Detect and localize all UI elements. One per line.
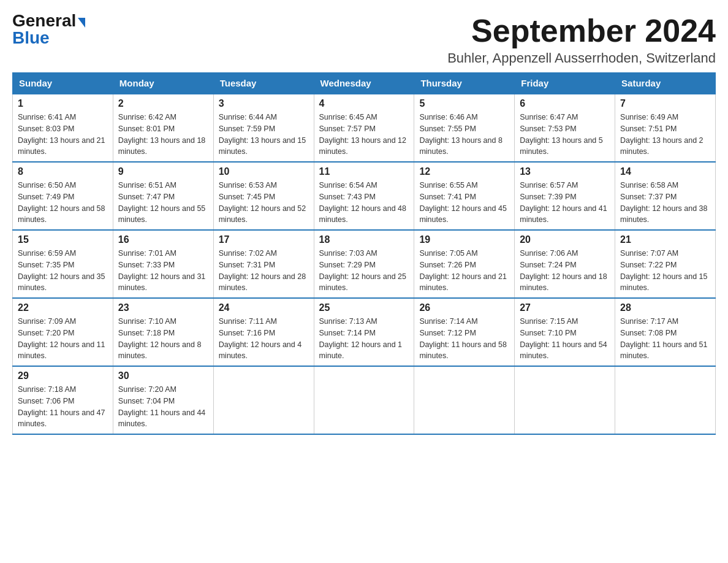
day-info: Sunrise: 6:46 AMSunset: 7:55 PMDaylight:… bbox=[419, 112, 509, 158]
calendar-cell: 24Sunrise: 7:11 AMSunset: 7:16 PMDayligh… bbox=[213, 298, 314, 366]
day-number: 24 bbox=[219, 302, 309, 313]
calendar-cell: 3Sunrise: 6:44 AMSunset: 7:59 PMDaylight… bbox=[213, 94, 314, 162]
calendar-cell: 18Sunrise: 7:03 AMSunset: 7:29 PMDayligh… bbox=[314, 230, 414, 298]
day-number: 16 bbox=[118, 234, 208, 245]
calendar-cell: 6Sunrise: 6:47 AMSunset: 7:53 PMDaylight… bbox=[515, 94, 615, 162]
column-header-wednesday: Wednesday bbox=[314, 73, 414, 94]
day-info: Sunrise: 7:13 AMSunset: 7:14 PMDaylight:… bbox=[319, 316, 409, 362]
day-number: 2 bbox=[118, 98, 208, 109]
column-header-saturday: Saturday bbox=[615, 73, 716, 94]
calendar-cell: 29Sunrise: 7:18 AMSunset: 7:06 PMDayligh… bbox=[13, 366, 113, 434]
column-header-friday: Friday bbox=[515, 73, 615, 94]
day-number: 9 bbox=[118, 166, 208, 177]
day-info: Sunrise: 7:09 AMSunset: 7:20 PMDaylight:… bbox=[18, 316, 108, 362]
column-header-sunday: Sunday bbox=[13, 73, 113, 94]
day-info: Sunrise: 6:44 AMSunset: 7:59 PMDaylight:… bbox=[219, 112, 309, 158]
day-number: 13 bbox=[520, 166, 610, 177]
day-info: Sunrise: 7:14 AMSunset: 7:12 PMDaylight:… bbox=[419, 316, 509, 362]
logo-triangle-icon bbox=[78, 18, 85, 28]
day-info: Sunrise: 7:18 AMSunset: 7:06 PMDaylight:… bbox=[18, 384, 108, 430]
day-number: 1 bbox=[18, 98, 108, 109]
calendar-cell: 8Sunrise: 6:50 AMSunset: 7:49 PMDaylight… bbox=[13, 162, 113, 230]
day-number: 26 bbox=[419, 302, 509, 313]
week-row-3: 15Sunrise: 6:59 AMSunset: 7:35 PMDayligh… bbox=[13, 230, 716, 298]
calendar-cell: 16Sunrise: 7:01 AMSunset: 7:33 PMDayligh… bbox=[113, 230, 213, 298]
day-info: Sunrise: 6:42 AMSunset: 8:01 PMDaylight:… bbox=[118, 112, 208, 158]
day-number: 21 bbox=[620, 234, 710, 245]
calendar-cell: 21Sunrise: 7:07 AMSunset: 7:22 PMDayligh… bbox=[615, 230, 716, 298]
calendar-cell: 1Sunrise: 6:41 AMSunset: 8:03 PMDaylight… bbox=[13, 94, 113, 162]
day-number: 12 bbox=[419, 166, 509, 177]
day-number: 22 bbox=[18, 302, 108, 313]
day-info: Sunrise: 6:51 AMSunset: 7:47 PMDaylight:… bbox=[118, 180, 208, 226]
column-header-thursday: Thursday bbox=[414, 73, 515, 94]
day-number: 29 bbox=[18, 370, 108, 381]
logo-blue-text: Blue bbox=[12, 29, 50, 47]
day-info: Sunrise: 6:54 AMSunset: 7:43 PMDaylight:… bbox=[319, 180, 409, 226]
calendar-cell: 27Sunrise: 7:15 AMSunset: 7:10 PMDayligh… bbox=[515, 298, 615, 366]
calendar-cell: 4Sunrise: 6:45 AMSunset: 7:57 PMDaylight… bbox=[314, 94, 414, 162]
calendar-table: SundayMondayTuesdayWednesdayThursdayFrid… bbox=[12, 72, 716, 435]
day-number: 25 bbox=[319, 302, 409, 313]
day-number: 27 bbox=[520, 302, 610, 313]
week-row-5: 29Sunrise: 7:18 AMSunset: 7:06 PMDayligh… bbox=[13, 366, 716, 434]
calendar-header-row: SundayMondayTuesdayWednesdayThursdayFrid… bbox=[13, 73, 716, 94]
calendar-cell bbox=[314, 366, 414, 434]
week-row-4: 22Sunrise: 7:09 AMSunset: 7:20 PMDayligh… bbox=[13, 298, 716, 366]
calendar-cell: 14Sunrise: 6:58 AMSunset: 7:37 PMDayligh… bbox=[615, 162, 716, 230]
calendar-cell: 9Sunrise: 6:51 AMSunset: 7:47 PMDaylight… bbox=[113, 162, 213, 230]
day-number: 3 bbox=[219, 98, 309, 109]
calendar-cell: 12Sunrise: 6:55 AMSunset: 7:41 PMDayligh… bbox=[414, 162, 515, 230]
calendar-cell: 25Sunrise: 7:13 AMSunset: 7:14 PMDayligh… bbox=[314, 298, 414, 366]
calendar-cell: 28Sunrise: 7:17 AMSunset: 7:08 PMDayligh… bbox=[615, 298, 716, 366]
day-info: Sunrise: 7:02 AMSunset: 7:31 PMDaylight:… bbox=[219, 248, 309, 294]
day-number: 15 bbox=[18, 234, 108, 245]
calendar-cell: 13Sunrise: 6:57 AMSunset: 7:39 PMDayligh… bbox=[515, 162, 615, 230]
calendar-cell bbox=[615, 366, 716, 434]
day-info: Sunrise: 6:47 AMSunset: 7:53 PMDaylight:… bbox=[520, 112, 610, 158]
day-info: Sunrise: 6:53 AMSunset: 7:45 PMDaylight:… bbox=[219, 180, 309, 226]
calendar-cell: 22Sunrise: 7:09 AMSunset: 7:20 PMDayligh… bbox=[13, 298, 113, 366]
day-info: Sunrise: 7:06 AMSunset: 7:24 PMDaylight:… bbox=[520, 248, 610, 294]
calendar-cell: 19Sunrise: 7:05 AMSunset: 7:26 PMDayligh… bbox=[414, 230, 515, 298]
day-number: 20 bbox=[520, 234, 610, 245]
day-info: Sunrise: 6:49 AMSunset: 7:51 PMDaylight:… bbox=[620, 112, 710, 158]
day-info: Sunrise: 6:50 AMSunset: 7:49 PMDaylight:… bbox=[18, 180, 108, 226]
column-header-tuesday: Tuesday bbox=[213, 73, 314, 94]
calendar-cell: 15Sunrise: 6:59 AMSunset: 7:35 PMDayligh… bbox=[13, 230, 113, 298]
day-number: 5 bbox=[419, 98, 509, 109]
day-number: 28 bbox=[620, 302, 710, 313]
day-number: 17 bbox=[219, 234, 309, 245]
calendar-cell: 7Sunrise: 6:49 AMSunset: 7:51 PMDaylight… bbox=[615, 94, 716, 162]
day-info: Sunrise: 7:01 AMSunset: 7:33 PMDaylight:… bbox=[118, 248, 208, 294]
day-info: Sunrise: 6:45 AMSunset: 7:57 PMDaylight:… bbox=[319, 112, 409, 158]
day-number: 19 bbox=[419, 234, 509, 245]
logo-general-text: General bbox=[12, 12, 76, 29]
calendar-cell: 10Sunrise: 6:53 AMSunset: 7:45 PMDayligh… bbox=[213, 162, 314, 230]
calendar-cell: 11Sunrise: 6:54 AMSunset: 7:43 PMDayligh… bbox=[314, 162, 414, 230]
day-number: 14 bbox=[620, 166, 710, 177]
day-info: Sunrise: 7:07 AMSunset: 7:22 PMDaylight:… bbox=[620, 248, 710, 294]
day-number: 7 bbox=[620, 98, 710, 109]
week-row-2: 8Sunrise: 6:50 AMSunset: 7:49 PMDaylight… bbox=[13, 162, 716, 230]
logo: General Blue bbox=[12, 12, 85, 47]
day-info: Sunrise: 7:20 AMSunset: 7:04 PMDaylight:… bbox=[118, 384, 208, 430]
calendar-cell: 30Sunrise: 7:20 AMSunset: 7:04 PMDayligh… bbox=[113, 366, 213, 434]
day-info: Sunrise: 7:11 AMSunset: 7:16 PMDaylight:… bbox=[219, 316, 309, 362]
calendar-cell: 17Sunrise: 7:02 AMSunset: 7:31 PMDayligh… bbox=[213, 230, 314, 298]
day-info: Sunrise: 7:05 AMSunset: 7:26 PMDaylight:… bbox=[419, 248, 509, 294]
day-number: 8 bbox=[18, 166, 108, 177]
day-info: Sunrise: 6:55 AMSunset: 7:41 PMDaylight:… bbox=[419, 180, 509, 226]
week-row-1: 1Sunrise: 6:41 AMSunset: 8:03 PMDaylight… bbox=[13, 94, 716, 162]
title-block: September 2024 Buhler, Appenzell Ausserr… bbox=[447, 12, 716, 66]
day-info: Sunrise: 6:41 AMSunset: 8:03 PMDaylight:… bbox=[18, 112, 108, 158]
calendar-cell: 23Sunrise: 7:10 AMSunset: 7:18 PMDayligh… bbox=[113, 298, 213, 366]
day-info: Sunrise: 7:10 AMSunset: 7:18 PMDaylight:… bbox=[118, 316, 208, 362]
day-number: 10 bbox=[219, 166, 309, 177]
calendar-cell: 26Sunrise: 7:14 AMSunset: 7:12 PMDayligh… bbox=[414, 298, 515, 366]
day-number: 23 bbox=[118, 302, 208, 313]
day-number: 30 bbox=[118, 370, 208, 381]
day-number: 18 bbox=[319, 234, 409, 245]
calendar-cell: 20Sunrise: 7:06 AMSunset: 7:24 PMDayligh… bbox=[515, 230, 615, 298]
day-info: Sunrise: 6:57 AMSunset: 7:39 PMDaylight:… bbox=[520, 180, 610, 226]
